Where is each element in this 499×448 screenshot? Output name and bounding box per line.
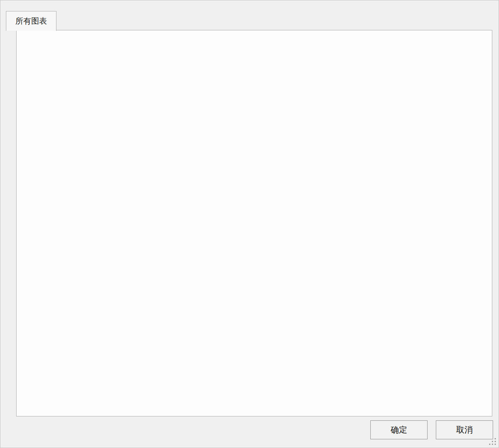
all-charts-dialog: 所有图表 最近模板柱形图折线图饼图条形图面积图X Y 散点图地图股价图曲面图雷达…	[0, 0, 499, 448]
cancel-button[interactable]: 取消	[436, 420, 493, 439]
tab-cover	[17, 30, 55, 31]
ok-button[interactable]: 确定	[370, 420, 428, 439]
tab-all-charts[interactable]: 所有图表	[6, 11, 56, 31]
tab-label: 所有图表	[15, 16, 47, 26]
resize-grip[interactable]	[488, 437, 497, 446]
dialog-panel	[16, 30, 492, 416]
